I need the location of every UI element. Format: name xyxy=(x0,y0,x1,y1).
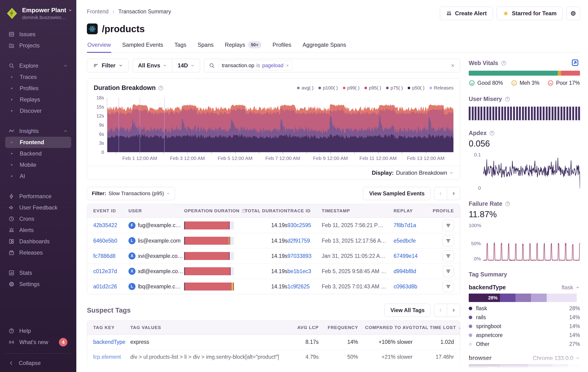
legend-dot-icon xyxy=(469,325,472,328)
profile-button[interactable] xyxy=(443,235,454,246)
profile-button[interactable] xyxy=(443,220,454,231)
trace-id-link[interactable]: 97033893 xyxy=(287,253,311,259)
legend-p99[interactable]: p99( ) xyxy=(343,85,359,91)
trace-id-link[interactable]: 1c9f2625 xyxy=(287,284,310,290)
open-vitals-button[interactable] xyxy=(570,58,580,68)
tab-overview[interactable]: Overview xyxy=(87,41,111,52)
sidebar-item-discover[interactable]: Discover xyxy=(5,105,71,117)
sidebar-item-ai[interactable]: AI xyxy=(5,170,71,182)
sidebar-item-collapse[interactable]: Collapse xyxy=(5,357,71,369)
tag-group-backendtype: backendTypeflask28%flask28%rails14%sprin… xyxy=(469,284,580,349)
trace-id-link[interactable]: 930c2595 xyxy=(287,222,311,229)
pager-prev-button[interactable] xyxy=(434,304,447,317)
period-selector[interactable]: 14D xyxy=(172,59,200,72)
sidebar-item-what-s-new[interactable]: What's new4 xyxy=(5,337,71,348)
sidebar-item-dashboards[interactable]: Dashboards xyxy=(5,236,71,247)
clear-search-icon[interactable] xyxy=(450,63,455,68)
help-icon[interactable] xyxy=(158,85,164,91)
sidebar-item-help[interactable]: Help xyxy=(5,325,71,337)
legend-label: Releases xyxy=(434,85,453,91)
view-all-tags-button[interactable]: View All Tags xyxy=(384,304,431,317)
tab-label: Spans xyxy=(198,42,214,48)
sidebar-item-explore[interactable]: Explore xyxy=(5,60,71,71)
col-operation-duration: Operation Duration xyxy=(184,208,248,213)
pager-next-button[interactable] xyxy=(447,187,460,200)
legend-p100[interactable]: p100( ) xyxy=(318,85,338,91)
sidebar-item-performance[interactable]: Performance xyxy=(5,191,71,202)
duration-chart[interactable] xyxy=(107,98,453,152)
trace-id-link[interactable]: be1b1ec3 xyxy=(287,268,311,275)
tab-replays[interactable]: Replays50+ xyxy=(224,41,262,52)
display-selector[interactable]: Duration Breakdown xyxy=(396,170,453,176)
legend-releases[interactable]: Releases xyxy=(430,85,453,91)
event-id-link[interactable]: a01d2c26 xyxy=(93,284,117,290)
event-id-link[interactable]: fc7886d8 xyxy=(93,253,116,259)
help-icon[interactable] xyxy=(505,201,511,207)
pager-next-button[interactable] xyxy=(447,304,460,317)
sidebar-item-replays[interactable]: Replays xyxy=(5,94,71,105)
filter-button[interactable]: Filter xyxy=(87,59,129,72)
timestamp: Feb 3, 2025 7:01:43 AM … xyxy=(322,284,386,290)
tab-profiles[interactable]: Profiles xyxy=(272,41,292,52)
create-alert-button[interactable]: Create Alert xyxy=(440,7,493,20)
tag-key-link[interactable]: backendType xyxy=(93,339,126,345)
tab-sampled-events[interactable]: Sampled Events xyxy=(122,41,164,52)
environment-selector[interactable]: All Envs xyxy=(133,59,172,72)
legend-p95[interactable]: p95( ) xyxy=(364,85,381,91)
tab-tags[interactable]: Tags xyxy=(174,41,187,52)
legend-p50[interactable]: p50( ) xyxy=(408,85,424,91)
legend-avg[interactable]: avg( ) xyxy=(297,85,314,91)
transactions-filter-dropdown[interactable]: Filter: Slow Transactions (p95) xyxy=(87,187,175,200)
help-icon[interactable] xyxy=(501,60,506,66)
sidebar-item-traces[interactable]: Traces xyxy=(5,71,71,83)
replay-id-link[interactable]: 67499e14 xyxy=(394,253,418,259)
sidebar-item-crons[interactable]: Crons xyxy=(5,213,71,224)
replay-id-link[interactable]: 7f8b7d1a xyxy=(394,222,416,229)
tag-key-link[interactable]: lcp.url xyxy=(93,369,107,372)
sidebar-item-user-feedback[interactable]: User Feedback xyxy=(5,202,71,213)
profile-button[interactable] xyxy=(443,281,454,292)
sidebar-item-projects[interactable]: Projects xyxy=(5,40,71,51)
x-tick-label: Feb 11 12:00 AM xyxy=(359,156,397,161)
trace-id-link[interactable]: d2f91759 xyxy=(287,238,310,244)
sidebar-item-issues[interactable]: Issues xyxy=(5,29,71,40)
sidebar-item-profiles[interactable]: Profiles xyxy=(5,83,71,94)
sidebar-item-alerts[interactable]: Alerts xyxy=(5,224,71,236)
search-input[interactable]: transaction.op is pageload xyxy=(204,59,460,72)
search-token[interactable]: transaction.op is pageload xyxy=(219,61,292,70)
sidebar-item-releases[interactable]: Releases xyxy=(5,247,71,258)
profile-button[interactable] xyxy=(443,266,454,277)
pager-prev-button[interactable] xyxy=(434,187,447,200)
help-icon[interactable] xyxy=(489,130,495,136)
tab-spans[interactable]: Spans xyxy=(197,41,214,52)
tag-key-link[interactable]: lcp.element xyxy=(93,354,121,360)
settings-button[interactable] xyxy=(567,7,580,20)
remove-token-icon[interactable] xyxy=(285,64,289,67)
replay-id-link[interactable]: d994bf8d xyxy=(394,268,416,275)
replay-id-link[interactable]: c0963d8b xyxy=(394,284,417,290)
sidebar-item-frontend[interactable]: Frontend xyxy=(5,137,71,148)
sidebar-item-settings[interactable]: Settings xyxy=(5,278,71,290)
org-switcher[interactable]: Empower Plant dominik.buszowiec… xyxy=(6,7,71,20)
vitals-legend-label: Poor 17% xyxy=(556,80,580,86)
view-sampled-events-button[interactable]: View Sampled Events xyxy=(363,187,431,200)
bullet-icon xyxy=(9,88,15,89)
legend-p75[interactable]: p75( ) xyxy=(386,85,403,91)
tab-aggregate-spans[interactable]: Aggregate Spans xyxy=(302,41,346,52)
profile-button[interactable] xyxy=(443,250,454,262)
help-icon[interactable] xyxy=(505,96,510,102)
user-email: fug@example.c… xyxy=(138,222,181,229)
sidebar-item-stats[interactable]: Stats xyxy=(5,267,71,278)
sidebar-item-backend[interactable]: Backend xyxy=(5,148,71,159)
event-id-link[interactable]: 42b35422 xyxy=(93,222,117,229)
tag-value-selector[interactable]: Chrome 133.0.0 xyxy=(533,355,580,361)
event-id-link[interactable]: c012e37d xyxy=(93,268,117,275)
event-id-link[interactable]: 6460e5b0 xyxy=(93,238,117,244)
sidebar-item-mobile[interactable]: Mobile xyxy=(5,159,71,170)
col-total-time-lost[interactable]: Total Time Lost xyxy=(413,325,460,330)
starred-for-team-button[interactable]: Starred for Team xyxy=(497,7,563,20)
breadcrumb-frontend[interactable]: Frontend xyxy=(87,9,108,15)
tag-value-selector[interactable]: flask xyxy=(562,284,580,291)
sidebar-item-insights[interactable]: Insights xyxy=(5,125,71,137)
replay-id-link[interactable]: e5edbcfe xyxy=(394,238,416,244)
